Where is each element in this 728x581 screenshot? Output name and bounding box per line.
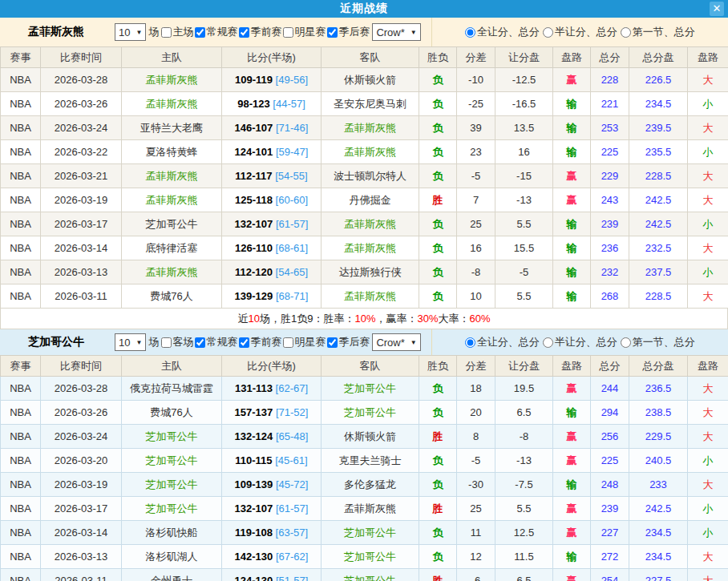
filter-text: 季后赛 [338,25,370,39]
half-score: [60-60] [276,194,308,206]
mode-radio-label-2[interactable]: 第一节、总分 [621,335,695,349]
mode-radio-label-2[interactable]: 第一节、总分 [621,25,695,39]
cell-league: NBA [1,449,41,473]
cell-handicap-line: 5.5 [495,212,553,236]
chevron-down-icon: ▼ [135,29,142,36]
mode-text: 第一节、总分 [633,335,695,349]
filter-label-0[interactable]: 客场 [160,335,193,349]
summary-segment: 10% [354,313,375,325]
cell-handicap-result: 赢 [553,164,591,188]
games-count-select[interactable]: 10▼ [115,333,146,351]
cell-away-team: 孟菲斯灰熊 [322,212,419,236]
half-score: [45-61] [275,454,307,466]
cell-score: 109-139 [45-72] [222,473,322,497]
cell-home-team: 芝加哥公牛 [122,212,222,236]
filter-label-4[interactable]: 季后赛 [326,335,370,349]
cell-point-diff: 23 [457,140,495,164]
mode-radio-label-1[interactable]: 半让分、总分 [543,25,617,39]
cell-league: NBA [1,164,41,188]
filter-label-1[interactable]: 常规赛 [193,25,237,39]
table-row: NBA2026-03-11金州勇士124-130 [51-57]芝加哥公牛胜-6… [1,569,728,581]
chevron-down-icon: ▼ [411,29,417,36]
full-score: 112-117 [235,170,272,182]
filter-label-2[interactable]: 季前赛 [237,25,281,39]
filter-checkbox-0[interactable] [161,27,172,38]
filter-checkbox-3[interactable] [283,337,293,348]
cell-total-result: 大 [688,188,728,212]
cell-league: NBA [1,521,41,545]
cell-total-points: 239 [591,212,629,236]
filter-label-1[interactable]: 常规赛 [193,335,237,349]
mode-radio-0[interactable] [465,27,475,38]
filter-checkbox-0[interactable] [161,337,172,348]
mode-radio-label-0[interactable]: 全让分、总分 [465,25,540,39]
mode-radio-label-1[interactable]: 半让分、总分 [543,335,617,349]
filter-checkbox-1[interactable] [195,337,205,348]
results-table: 赛事比赛时间主队比分(半场)客队胜负分差让分盘盘路总分总分盘盘路NBA2026-… [0,46,728,309]
half-score: [63-57] [276,527,308,539]
cell-league: NBA [1,68,41,92]
filter-checkbox-3[interactable] [283,27,293,38]
cell-total-points: 225 [591,140,629,164]
close-icon[interactable]: ✕ [710,2,724,16]
cell-league: NBA [1,425,41,449]
cell-handicap-result: 输 [553,260,591,284]
full-score: 112-120 [235,266,273,278]
cell-total-line: 228.5 [629,164,688,188]
cell-handicap-result: 赢 [553,449,591,473]
mode-radio-label-0[interactable]: 全让分、总分 [465,335,540,349]
filter-checkbox-2[interactable] [239,27,249,38]
mode-radio-1[interactable] [543,337,553,348]
games-count-select[interactable]: 10▼ [115,23,146,41]
cell-home-team: 芝加哥公牛 [122,473,222,497]
filter-label-0[interactable]: 主场 [160,25,193,39]
table-row: NBA2026-03-20芝加哥公牛110-115 [45-61]克里夫兰骑士负… [1,449,728,473]
cell-score: 126-110 [68-61] [222,236,322,260]
filter-checkbox-4[interactable] [327,27,338,38]
table-row: NBA2026-03-13孟菲斯灰熊112-120 [54-65]达拉斯独行侠负… [1,260,728,284]
filter-checkbox-2[interactable] [239,337,249,348]
filter-checkbox-4[interactable] [327,337,338,348]
filter-label-3[interactable]: 明星赛 [281,25,326,39]
company-select[interactable]: Crow*▼ [372,23,420,41]
cell-win-lose: 负 [419,284,457,309]
mode-radio-2[interactable] [621,27,631,38]
mode-text: 第一节、总分 [633,25,695,39]
company-select[interactable]: Crow*▼ [372,333,420,351]
cell-handicap-result: 输 [553,92,591,116]
filter-label-3[interactable]: 明星赛 [281,335,326,349]
cell-handicap-result: 输 [553,116,591,140]
cell-league: NBA [1,545,41,569]
cell-point-diff: -6 [457,569,495,581]
cell-total-points: 236 [591,236,629,260]
filter-text: 季前赛 [250,25,281,39]
cell-handicap-line: 16 [495,140,553,164]
mode-radio-2[interactable] [621,337,631,348]
mode-radio-group: 全让分、总分半让分、总分第一节、总分 [431,329,728,355]
cell-total-result: 小 [688,212,728,236]
mode-radio-0[interactable] [465,337,475,348]
half-score: [65-48] [276,430,308,442]
half-score: [68-71] [276,290,308,302]
cell-away-team: 孟菲斯灰熊 [322,284,419,309]
cell-league: NBA [1,188,41,212]
cell-point-diff: 20 [457,401,495,425]
column-header: 胜负 [419,356,457,377]
mode-radio-1[interactable] [543,27,553,38]
column-header: 总分 [591,356,629,377]
cell-point-diff: -5 [457,449,495,473]
cell-total-line: 227.5 [629,569,688,581]
cell-home-team: 孟菲斯灰熊 [122,188,222,212]
filter-checkbox-1[interactable] [195,27,205,38]
cell-league: NBA [1,92,41,116]
cell-league: NBA [1,284,41,309]
filter-label-4[interactable]: 季后赛 [326,25,370,39]
cell-handicap-result: 输 [553,473,591,497]
full-score: 109-119 [235,74,273,86]
cell-total-result: 大 [688,569,728,581]
full-score: 119-108 [235,527,273,539]
summary-segment: 场，胜1负9：胜率： [260,312,354,326]
cell-total-result: 小 [688,449,728,473]
table-row: NBA2026-03-14底特律活塞126-110 [68-61]孟菲斯灰熊负1… [1,236,728,260]
filter-label-2[interactable]: 季前赛 [237,335,281,349]
